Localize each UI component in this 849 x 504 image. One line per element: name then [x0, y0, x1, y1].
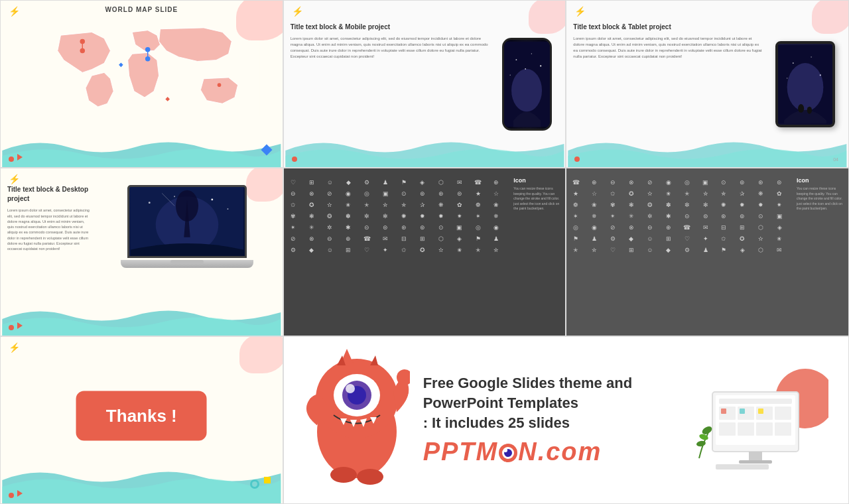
icon-cell-2: ✭	[682, 188, 692, 199]
icon-cell-2: ⚙	[608, 233, 618, 244]
icon-cell: ⊘	[288, 233, 298, 244]
wave-decoration	[1, 131, 283, 167]
icon-cell: ⚙	[361, 177, 372, 188]
icon-cell: ⊜	[380, 222, 391, 233]
icon-cell: ✾	[288, 211, 298, 221]
icon-cell: ♡	[361, 245, 372, 255]
monitor-svg	[696, 365, 828, 472]
icon-cell-2: ⊝	[682, 211, 692, 221]
svg-point-20	[787, 63, 824, 111]
icon-cell: ⬡	[436, 233, 446, 244]
icon-cell-2: ◈	[774, 222, 785, 233]
icon-cell: ✿	[454, 200, 465, 210]
icon-cell-2: ✲	[645, 211, 655, 221]
icon-cell: ⊝	[361, 222, 372, 233]
icon-cell: ⊚	[417, 222, 428, 233]
icon-cell: ⊘	[324, 188, 335, 199]
icon-cell: ◉	[491, 222, 501, 233]
icon-cell: ✭	[361, 200, 372, 210]
icon-cell: ☺	[324, 245, 335, 255]
icon-cell-2: ✼	[682, 200, 692, 210]
icon-cell-2: ⊖	[645, 222, 655, 233]
icon-cell-2: ✦	[700, 233, 711, 244]
svg-rect-47	[749, 452, 762, 462]
icon-cell: ✪	[306, 200, 317, 210]
icon-cell: ☺	[324, 177, 335, 188]
icon-cell-2: ♟	[700, 245, 711, 255]
play-btn7[interactable]	[17, 490, 23, 497]
icon-cell-2: ◉	[663, 177, 674, 188]
icon-cell: ✼	[361, 211, 372, 221]
icon-label: Icon	[513, 177, 559, 184]
svg-point-5	[218, 83, 222, 87]
slide-tablet: ⚡ Title text block & Tablet project Lore…	[566, 0, 849, 168]
icon-cell: ♟	[380, 177, 391, 188]
icon-cell-2: ♡	[608, 245, 618, 255]
laptop-display	[129, 187, 245, 256]
icon-cell-2: ✹	[737, 200, 748, 210]
icon-cell: ✺	[399, 211, 409, 221]
icon-cell: ⊙	[399, 188, 409, 199]
icon-cell-2: ✱	[663, 211, 674, 221]
icon-cell-2: ☎	[682, 222, 692, 233]
brand-eye	[498, 438, 518, 466]
slide-icons-2: ☎⊕⊖⊗⊘◉◎▣⊙⊚⊛⊜★☆✩✪✫✬✭✮✯✰❋✿❁❀✾❃❂✽✼✻✺✹✸✷✶✵✴✳…	[566, 168, 849, 336]
wave2	[284, 131, 566, 167]
icon-description: Icon You can resize these icons keeping …	[511, 174, 561, 330]
icon-cell-2: ⊞	[663, 233, 674, 244]
nav-dot7	[9, 493, 14, 498]
icon-cell-2: ◆	[663, 245, 674, 255]
icon-cell-2: ⬡	[755, 245, 766, 255]
svg-point-22	[807, 106, 812, 113]
icon-cell: ◆	[343, 177, 354, 188]
slide-thanks: ⚡ Thanks !	[0, 336, 283, 504]
icon-cell: ✦	[380, 245, 391, 255]
svg-point-19	[787, 78, 787, 78]
icon-cell: ✻	[380, 211, 391, 221]
icons-layout-2: ☎⊕⊖⊗⊘◉◎▣⊙⊚⊛⊜★☆✩✪✫✬✭✮✯✰❋✿❁❀✾❃❂✽✼✻✺✹✸✷✶✵✴✳…	[566, 168, 848, 335]
slide-desktop: ⚡ Title text block & Desktop project Lor…	[0, 168, 283, 336]
icon-cell: ⊖	[288, 188, 298, 199]
icon-cell-2: ❁	[570, 200, 581, 210]
icon-cell: ⊕	[491, 177, 501, 188]
svg-point-4	[145, 47, 151, 52]
svg-rect-48	[739, 460, 772, 464]
icon-cell: ◈	[417, 177, 428, 188]
svg-point-16	[793, 62, 794, 64]
svg-point-36	[346, 384, 355, 393]
thanks-box: Thanks !	[76, 391, 207, 441]
icon-cell-2: ✵	[589, 211, 600, 221]
play-btn4[interactable]	[17, 322, 23, 329]
icon-cell: ✰	[417, 200, 428, 210]
icon-cell: ❁	[473, 200, 484, 210]
icon-cell-2: ⊙	[718, 177, 729, 188]
icon-cell-2: ⊕	[663, 222, 674, 233]
promo-text: Free Google Slides theme andPowerPoint T…	[423, 373, 683, 466]
lightning-icon2: ⚡	[292, 6, 303, 17]
slide-number: 04	[833, 157, 838, 162]
icon-cell-2: ✩	[608, 188, 618, 199]
icon-cell-2: ⊗	[626, 177, 637, 188]
icon-cell: ✶	[473, 211, 484, 221]
phone-mockup	[502, 38, 552, 131]
slide4-body: Lorem ipsum dolor sit amet, consectetur …	[7, 208, 90, 251]
icon-cell: ✷	[454, 211, 465, 221]
play-button[interactable]	[17, 154, 23, 160]
icon-cell-2: ✪	[737, 233, 748, 244]
icon-cell: ✮	[380, 200, 391, 210]
icon-cell: ▣	[380, 188, 391, 199]
icon-cell-2: ⚙	[682, 245, 692, 255]
eye-icon	[498, 443, 518, 463]
nav-dot4	[9, 325, 14, 330]
lightning-icon7: ⚡	[9, 342, 20, 353]
slide3-body: Lorem ipsum dolor sit amet, consectetur …	[573, 36, 763, 60]
icon-cell: ✫	[324, 200, 335, 210]
wave4	[1, 299, 283, 336]
slides-grid: ⚡ WORLD MAP SLIDE	[0, 0, 849, 504]
slide2-title: Title text block & Mobile project	[291, 23, 491, 32]
icon-cell-2: ⊚	[737, 177, 748, 188]
icon-cell: ✮	[491, 245, 501, 255]
icon-cell: ⚑	[399, 177, 409, 188]
icon-cell: ✵	[491, 211, 501, 221]
icon-cell-2: ⊗	[626, 222, 637, 233]
